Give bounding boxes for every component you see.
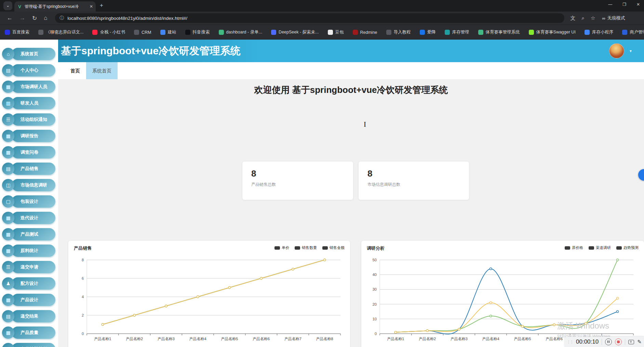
stat-card-product-sales: 8 产品销售总数 [242,162,353,200]
legend-item[interactable]: 趋势预测 [616,245,639,250]
site-info-icon[interactable]: ⓘ [60,15,64,21]
bookmark-item[interactable]: 全栈 - 小红书 [92,29,125,35]
sidebar-item-19[interactable]: 产品抽样检测▦ [0,343,58,347]
chart-legend: 原价格渠道调研趋势预测 [565,245,639,250]
bookmark-item[interactable]: DeepSeek - 探索未... [271,29,319,35]
sidebar-item-1[interactable]: 系统首页⌂ [0,48,58,60]
drag-handle-icon[interactable]: ⋮⋮ [567,340,573,344]
welcome-heading: 欢迎使用 基于springboot+vue冷饮研发管理系统 [58,84,644,96]
bookmark-item[interactable]: 豆包 [328,29,344,35]
sidebar-item-17[interactable]: 递交结果▤ [0,310,58,322]
dashboard-icon [219,30,224,35]
avatar-dropdown-icon[interactable]: ▼ [629,49,632,53]
bookmark-label: CRM [142,30,151,35]
bookmark-label: 建站 [168,29,176,35]
sidebar-item-9[interactable]: 市场信息调研◫ [0,179,58,191]
sidebar-item-13[interactable]: 原料统计▦ [0,245,58,257]
reload-icon[interactable]: ↻ [32,15,37,22]
home-icon[interactable]: ⌂ [44,15,47,22]
legend-item[interactable]: 渠道调研 [589,245,611,250]
bookmark-item[interactable]: 建站 [160,29,176,35]
pause-button[interactable] [605,338,612,345]
sports-icon [478,30,483,35]
svg-text:产品名称4: 产品名称4 [189,337,206,341]
sidebar-item-4[interactable]: 研发人员▥ [0,97,58,109]
user-avatar[interactable] [609,43,624,58]
divider [625,339,625,345]
annotate-pencil-button[interactable]: ✎ [637,339,642,345]
admin-app: 系统首页⌂个人中心▤市场调研人员▦研发人员▥活动组织通知☰调研报告▦调查问卷▦产… [0,40,644,347]
svg-text:0: 0 [375,332,377,336]
new-tab-button[interactable]: + [100,2,103,9]
svg-text:产品名称3: 产品名称3 [158,337,175,341]
deepseek-icon [271,30,276,35]
legend-item[interactable]: 原价格 [565,245,583,250]
bookmark-item[interactable]: 《聊斋志异白话文... [38,29,83,35]
sidebar-item-label: 配方设计 [12,277,55,290]
vue-favicon-icon: V [17,4,22,9]
bookmark-item[interactable]: 库存管理 [445,29,469,35]
translate-icon[interactable]: 文 [571,15,576,22]
legend-item[interactable]: 销售数量 [295,245,317,250]
bookmark-label: 抖音搜索 [193,29,210,35]
sidebar-item-label: 递交结果 [12,310,55,322]
legend-item[interactable]: 单价 [274,245,289,250]
browser-tab[interactable]: V 管理端-基于springboot+vue冷 ✕ [14,1,96,12]
window-maximize-button[interactable]: ❐ [622,2,626,7]
window-minimize-button[interactable]: — [608,2,612,7]
window-close-button[interactable]: ✕ [636,2,640,7]
bookmark-item[interactable]: 爱降 [420,29,436,35]
sidebar-item-3[interactable]: 市场调研人员▦ [0,81,58,93]
chart-title: 调研分析 [367,245,385,251]
legend-item[interactable]: 销售金额 [322,245,345,250]
bookmark-item[interactable]: Redmine [353,30,377,35]
sidebar-item-10[interactable]: 包装设计▢ [0,195,58,208]
zoom-search-icon[interactable]: ⌕ [582,15,585,21]
tab-search-button[interactable]: ⌄ [3,1,12,10]
svg-text:产品名称2: 产品名称2 [419,337,436,341]
bookmark-star-icon[interactable]: ☆ [591,15,595,21]
screenshot-camera-button[interactable] [628,340,634,344]
sidebar-item-5[interactable]: 活动组织通知☰ [0,113,58,126]
sidebar-item-15[interactable]: 配方设计♟ [0,277,58,290]
stop-button[interactable] [615,338,622,345]
bookmark-item[interactable]: 库存小程序 [585,29,614,35]
svg-text:产品名称3: 产品名称3 [451,337,468,341]
design-grid-icon: ▦ [2,294,14,306]
address-bar[interactable]: ⓘ localhost:8080/springboot48n21yi0/admi… [55,13,564,23]
sidebar-item-2[interactable]: 个人中心▤ [0,64,58,77]
sidebar-item-label: 市场调研人员 [12,81,55,93]
forward-icon[interactable]: → [19,15,25,22]
sidebar-item-18[interactable]: 产品质量▦ [0,327,58,339]
bookmark-label: 导入教程 [394,29,411,35]
bookmark-label: 爱降 [427,29,436,35]
sidebar-item-6[interactable]: 调研报告▦ [0,130,58,142]
staff-icon: ▥ [2,97,14,109]
sidebar-item-11[interactable]: 迭代设计▦ [0,212,58,224]
bookmark-item[interactable]: 体育赛事Swagger UI [529,29,576,35]
sidebar-item-16[interactable]: 产品设计▦ [0,294,58,306]
bookmark-item[interactable]: 导入教程 [386,29,411,35]
url-text[interactable]: localhost:8080/springboot48n21yi0/admin/… [68,16,187,21]
bookmark-item[interactable]: dashboard - 录单... [219,29,263,35]
tab-close-icon[interactable]: ✕ [90,4,93,9]
bookmark-item[interactable]: 百度搜索 [5,29,29,35]
stat-label: 市场信息调研总数 [367,181,400,188]
bookmark-item[interactable]: 抖音搜索 [185,29,210,35]
sidebar-item-8[interactable]: 产品销售▤ [0,163,58,175]
sidebar-item-7[interactable]: 调查问卷▦ [0,146,58,158]
bookmark-item[interactable]: 商户管理 [622,29,644,35]
legend-marker-icon [589,246,594,250]
back-icon[interactable]: ← [7,15,13,22]
product-sales-chart[interactable]: 02468产品名称1产品名称2产品名称3产品名称4产品名称5产品名称6产品名称7… [71,256,347,345]
bookmark-item[interactable]: CRM [134,30,151,35]
site-icon [160,30,165,35]
sidebar-item-12[interactable]: 产品测试▦ [0,228,58,240]
miniapp-icon [585,30,590,35]
legend-marker-icon [295,246,300,250]
bookmark-item[interactable]: 体育赛事管理系统 [478,29,520,35]
page-tab-1[interactable]: 首页 [64,62,86,79]
page-tab-2[interactable]: 系统首页 [86,62,118,79]
stat-value: 8 [367,168,372,179]
sidebar-item-14[interactable]: 递交申请☰ [0,261,58,273]
